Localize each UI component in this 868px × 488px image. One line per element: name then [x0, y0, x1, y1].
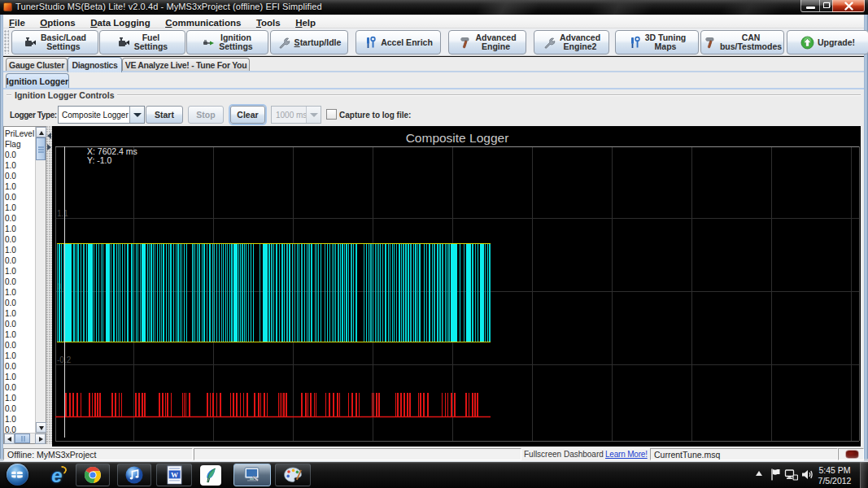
- toolbar-button-fuel[interactable]: FuelSettings: [99, 30, 185, 54]
- signal-list-row[interactable]: 1.0: [5, 287, 36, 298]
- interval-select[interactable]: 1000 ms: [271, 106, 321, 124]
- horizontal-scroll-thumb[interactable]: [15, 434, 30, 443]
- signal-list-row[interactable]: 1.0: [5, 329, 36, 340]
- toolbar-grip[interactable]: [4, 30, 9, 54]
- signal-list-row[interactable]: 0.0: [5, 192, 36, 203]
- taskbar-tunerstudio-active[interactable]: [233, 464, 271, 486]
- signal-list-row[interactable]: 1.0: [5, 393, 36, 403]
- toolbar-button-ignition[interactable]: IgnitionSettings: [186, 30, 268, 54]
- tab-ignition-logger[interactable]: Ignition Logger: [6, 73, 69, 88]
- signal-list-row[interactable]: 1.0: [5, 351, 36, 361]
- toolbar-button-label: Accel Enrich: [381, 38, 433, 47]
- maximize-button[interactable]: [819, 0, 833, 12]
- svg-text:1.1: 1.1: [57, 209, 68, 218]
- button-label-line: Engine: [482, 41, 510, 51]
- scroll-left-button[interactable]: [4, 434, 15, 444]
- horizontal-scrollbar[interactable]: [4, 433, 46, 443]
- clear-button[interactable]: Clear: [230, 106, 265, 124]
- minimize-button[interactable]: [800, 0, 820, 12]
- signal-list-row[interactable]: 1.0: [5, 372, 36, 382]
- taskbar-chrome[interactable]: [76, 464, 110, 486]
- signal-value-list[interactable]: PriLevelFlag0.01.00.01.00.01.00.01.00.01…: [5, 129, 36, 434]
- signal-list-row[interactable]: 1.0: [5, 308, 36, 319]
- megasquirt-logo-cell: [838, 448, 864, 460]
- show-hidden-icons-button[interactable]: [756, 471, 762, 476]
- signal-list-row[interactable]: 0.0: [5, 382, 36, 393]
- logger-type-select[interactable]: Composite Logger: [58, 106, 145, 124]
- logger-type-dropdown-button[interactable]: [129, 107, 144, 123]
- stop-button[interactable]: Stop: [188, 106, 224, 124]
- connection-status-cell: Offline: MyMS3xProject: [3, 448, 193, 460]
- signal-list-row[interactable]: 1.0: [5, 224, 36, 234]
- signal-list-row[interactable]: 0.0: [5, 403, 36, 414]
- toolbar-button-advanced[interactable]: AdvancedEngine2: [534, 30, 609, 54]
- thumb-grip: [21, 436, 23, 442]
- button-label-line: bus/Testmodes: [720, 41, 782, 51]
- menu-file[interactable]: File: [3, 15, 31, 29]
- signal-list-row[interactable]: 1.0: [5, 181, 36, 192]
- signal-list-row[interactable]: 0.0: [5, 298, 36, 308]
- learn-more-link[interactable]: Learn More!: [605, 450, 648, 459]
- split-pane-divider[interactable]: [46, 126, 52, 444]
- signal-list-row[interactable]: 0.0: [5, 255, 36, 266]
- signal-list-row[interactable]: 1.0: [5, 266, 36, 277]
- signal-list-row[interactable]: 0.0: [5, 319, 36, 329]
- hammer-icon: [458, 36, 472, 50]
- signal-list-row[interactable]: 1.0: [5, 414, 36, 425]
- word-icon: W: [165, 465, 183, 485]
- window-titlebar: TunerStudio MS(Beta) Lite! v2.0.4d - MyM…: [0, 0, 868, 15]
- taskbar-paint-palette[interactable]: [275, 464, 311, 486]
- signal-list-row[interactable]: PriLevel: [5, 129, 36, 139]
- collapse-right-icon[interactable]: [47, 144, 51, 150]
- toolbar-button-startup-idle[interactable]: Startup/Idle: [270, 30, 348, 54]
- signal-list-row[interactable]: 0.0: [5, 340, 36, 351]
- vertical-scrollbar[interactable]: [35, 127, 46, 433]
- signal-list-row[interactable]: 0.0: [5, 171, 36, 181]
- signal-list-row[interactable]: 1.0: [5, 160, 36, 171]
- capture-to-log-checkbox[interactable]: [326, 109, 337, 120]
- signal-list-row[interactable]: 0.0: [5, 150, 36, 160]
- toolbar-button-basic-load[interactable]: Basic/LoadSettings: [11, 30, 98, 54]
- menu-data-logging[interactable]: Data Logging: [85, 15, 155, 29]
- signal-list-row[interactable]: 1.0: [5, 245, 36, 255]
- signal-list-row[interactable]: 0.0: [5, 361, 36, 372]
- show-desktop-button[interactable]: [860, 462, 868, 488]
- signal-list-row[interactable]: Flag: [5, 139, 36, 150]
- scroll-right-button[interactable]: [35, 434, 46, 444]
- toolbar-button-accel-enrich[interactable]: Accel Enrich: [355, 30, 441, 54]
- start-button-orb[interactable]: [7, 464, 28, 486]
- menu-communications[interactable]: Communications: [159, 15, 246, 29]
- collapse-left-icon[interactable]: [47, 133, 51, 139]
- taskbar-clock[interactable]: 5:45 PM 7/5/2012: [813, 464, 856, 486]
- toolbar-button-can[interactable]: CANbus/Testmodes: [700, 30, 784, 54]
- action-center-icon[interactable]: [770, 468, 782, 481]
- vertical-scroll-thumb[interactable]: [36, 137, 46, 160]
- current-tune-text: CurrentTune.msq: [654, 450, 720, 460]
- tab-gauge-cluster[interactable]: Gauge Cluster: [6, 58, 68, 72]
- start-button[interactable]: Start: [146, 106, 183, 124]
- taskbar-internet-explorer[interactable]: e: [45, 465, 69, 486]
- network-icon[interactable]: [784, 468, 798, 481]
- menu-tools[interactable]: Tools: [251, 15, 286, 29]
- taskbar-itunes[interactable]: [117, 464, 151, 486]
- composite-logger-chart[interactable]: 1.10.4-0.2X: 7602.4 msY: -1.0Composite L…: [52, 126, 861, 447]
- menu-help[interactable]: Help: [290, 15, 321, 29]
- close-button[interactable]: [832, 0, 865, 12]
- signal-list-row[interactable]: 1.0: [5, 203, 36, 213]
- menu-options[interactable]: Options: [34, 15, 81, 29]
- tab-ve-analyze-live[interactable]: VE Analyze Live! - Tune For You: [122, 58, 250, 72]
- scroll-down-button[interactable]: [36, 422, 46, 433]
- toolbar-button-3d-tuning[interactable]: 3D TuningMaps: [615, 30, 699, 54]
- taskbar-word[interactable]: W: [156, 464, 192, 486]
- toolbar-button-advanced[interactable]: AdvancedEngine: [448, 30, 526, 54]
- close-icon: [844, 2, 853, 11]
- scroll-up-button[interactable]: [36, 127, 46, 137]
- taskbar-photoshop[interactable]: [200, 465, 221, 486]
- signal-list-row[interactable]: 0.0: [5, 234, 36, 245]
- toolbar-button-upgrade[interactable]: Upgrade!: [787, 30, 868, 54]
- signal-list-row[interactable]: 0.0: [5, 277, 36, 287]
- volume-icon[interactable]: [800, 468, 813, 481]
- menu-mnemonic: O: [40, 18, 47, 28]
- tab-diagnostics[interactable]: Diagnostics: [68, 57, 122, 72]
- signal-list-row[interactable]: 0.0: [5, 213, 36, 224]
